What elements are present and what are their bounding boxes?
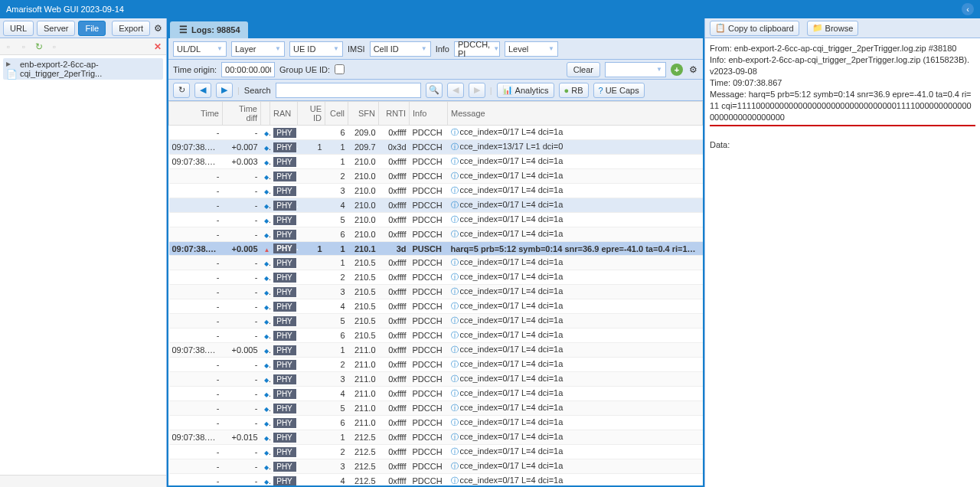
- col-header[interactable]: SFN: [348, 102, 379, 126]
- search-input[interactable]: [276, 83, 421, 98]
- left-toolbar: URL Server File Export ⚙: [0, 18, 166, 38]
- table-row[interactable]: --◆PHY3212.50xffffPDCCHⓘcce_index=0/17 L…: [169, 459, 703, 474]
- clear-button[interactable]: Clear: [567, 62, 600, 77]
- cell: PDCCH: [410, 140, 448, 155]
- cell: 5: [325, 401, 348, 416]
- layer-combo[interactable]: Layer▼: [231, 41, 285, 57]
- cell: PHY: [270, 387, 298, 401]
- info-combo[interactable]: PDCCH, PI▼: [454, 41, 500, 57]
- window-icon[interactable]: ▫: [49, 41, 60, 52]
- cell: ◆: [261, 198, 270, 213]
- url-button[interactable]: URL: [3, 21, 34, 36]
- cell: PHY: [270, 459, 298, 474]
- table-row[interactable]: --◆PHY4211.00xffffPDCCHⓘcce_index=0/17 L…: [169, 387, 703, 401]
- col-header[interactable]: UE ID: [298, 102, 325, 126]
- cell: 6: [325, 126, 348, 140]
- table-row[interactable]: --◆PHY5211.00xffffPDCCHⓘcce_index=0/17 L…: [169, 401, 703, 416]
- cell: PDCCH: [410, 387, 448, 401]
- cell: 0xffff: [379, 314, 410, 328]
- table-row[interactable]: --◆PHY3210.00xffffPDCCHⓘcce_index=0/17 L…: [169, 184, 703, 198]
- detail-data: Data:: [710, 139, 975, 151]
- table-row[interactable]: --◆PHY6210.00xffffPDCCHⓘcce_index=0/17 L…: [169, 227, 703, 242]
- back-icon[interactable]: ◀: [194, 83, 211, 98]
- search-fwd-icon[interactable]: ▶: [469, 83, 485, 98]
- table-row[interactable]: --◆PHY3210.50xffffPDCCHⓘcce_index=0/17 L…: [169, 285, 703, 299]
- uldl-combo[interactable]: UL/DL▼: [173, 41, 227, 57]
- search-back-icon[interactable]: ◀: [447, 83, 464, 98]
- cell: 1: [325, 140, 348, 155]
- cell: 0xffff: [379, 213, 410, 227]
- cell: 1: [325, 430, 348, 445]
- col-header[interactable]: Info: [410, 102, 448, 126]
- table-row[interactable]: --◆PHY4210.00xffffPDCCHⓘcce_index=0/17 L…: [169, 198, 703, 213]
- table-row[interactable]: --◆PHY5210.00xffffPDCCHⓘcce_index=0/17 L…: [169, 213, 703, 227]
- table-row[interactable]: 09:07:38.859+0.007◆PHY11209.70x3dPDCCHⓘc…: [169, 140, 703, 155]
- cell: -: [223, 256, 261, 270]
- cell: ⓘcce_index=0/17 L=4 dci=1a: [448, 358, 703, 372]
- table-row[interactable]: --◆PHY1210.50xffffPDCCHⓘcce_index=0/17 L…: [169, 256, 703, 270]
- col-header[interactable]: Time diff: [223, 102, 261, 126]
- collapse-icon[interactable]: ‹: [962, 3, 974, 15]
- col-header[interactable]: RNTI: [379, 102, 410, 126]
- table-row[interactable]: 09:07:38.872+0.005◆PHY1211.00xffffPDCCHⓘ…: [169, 343, 703, 358]
- table-row[interactable]: --◆PHY6210.50xffffPDCCHⓘcce_index=0/17 L…: [169, 328, 703, 343]
- table-row[interactable]: --◆PHY2212.50xffffPDCCHⓘcce_index=0/17 L…: [169, 445, 703, 459]
- left-scrollbar[interactable]: [0, 475, 166, 487]
- table-row[interactable]: --◆PHY6209.00xffffPDCCHⓘcce_index=0/17 L…: [169, 126, 703, 140]
- table-row[interactable]: 09:07:38.887+0.015◆PHY1212.50xffffPDCCHⓘ…: [169, 430, 703, 445]
- cell: 212.5: [348, 445, 379, 459]
- table-row[interactable]: --◆PHY6211.00xffffPDCCHⓘcce_index=0/17 L…: [169, 416, 703, 430]
- col-header[interactable]: Cell: [325, 102, 348, 126]
- doc-icon[interactable]: ▫: [3, 41, 14, 52]
- table-row[interactable]: 09:07:38.867+0.005▲PHY11210.13dPUSCHharq…: [169, 242, 703, 256]
- refresh-nav-icon[interactable]: ↻: [173, 83, 190, 98]
- cell: 0xffff: [379, 358, 410, 372]
- tab-logs[interactable]: ☰ Logs: 98854: [170, 21, 248, 38]
- col-header[interactable]: RAN: [270, 102, 298, 126]
- table-row[interactable]: --◆PHY2210.00xffffPDCCHⓘcce_index=0/17 L…: [169, 169, 703, 184]
- cell: 1: [298, 242, 325, 256]
- browse-button[interactable]: 📁Browse: [807, 21, 859, 36]
- close-icon[interactable]: ✕: [152, 41, 163, 52]
- group-ueid-checkbox[interactable]: [335, 64, 345, 74]
- gear2-icon[interactable]: ⚙: [688, 64, 698, 75]
- refresh-icon[interactable]: ↻: [34, 41, 44, 52]
- ueid-combo[interactable]: UE ID▼: [289, 41, 343, 57]
- cell: 210.5: [348, 328, 379, 343]
- log-grid[interactable]: TimeTime diffRANUE IDCellSFNRNTIInfoMess…: [168, 101, 703, 485]
- preset-combo[interactable]: ▼: [605, 62, 666, 77]
- export-button[interactable]: Export: [112, 21, 150, 36]
- cell: 2: [325, 358, 348, 372]
- table-row[interactable]: 09:07:38.862+0.003◆PHY1210.00xffffPDCCHⓘ…: [169, 155, 703, 169]
- analytics-button[interactable]: 📊Analytics: [497, 83, 554, 98]
- gear-icon[interactable]: ⚙: [153, 23, 163, 34]
- copy-button[interactable]: 📋Copy to clipboard: [710, 21, 799, 36]
- cell: -: [169, 169, 223, 184]
- table-row[interactable]: --◆PHY4212.50xffffPDCCHⓘcce_index=0/17 L…: [169, 474, 703, 486]
- forward-icon[interactable]: ▶: [216, 83, 233, 98]
- level-combo[interactable]: Level▼: [505, 41, 558, 57]
- cellid-combo[interactable]: Cell ID▼: [370, 41, 431, 57]
- rb-button[interactable]: ●RB: [559, 83, 589, 98]
- detail-body: From: enb-export-2-6cc-ap-cqi_trigger_2p…: [705, 38, 980, 487]
- col-header[interactable]: Time: [169, 102, 223, 126]
- time-origin-input[interactable]: [221, 62, 275, 77]
- tree-item-log[interactable]: ▸ 📄 enb-export-2-6cc-ap-cqi_trigger_2per…: [3, 58, 163, 80]
- col-header[interactable]: Message: [448, 102, 703, 126]
- table-row[interactable]: --◆PHY2210.50xffffPDCCHⓘcce_index=0/17 L…: [169, 270, 703, 285]
- file-button[interactable]: File: [78, 21, 106, 36]
- doc2-icon[interactable]: ▫: [18, 41, 29, 52]
- col-header[interactable]: [261, 102, 270, 126]
- cell: ⓘcce_index=0/17 L=4 dci=1a: [448, 169, 703, 184]
- uecaps-button[interactable]: ?UE Caps: [593, 83, 645, 98]
- cell: ◆: [261, 285, 270, 299]
- table-row[interactable]: --◆PHY2211.00xffffPDCCHⓘcce_index=0/17 L…: [169, 358, 703, 372]
- binoculars-icon[interactable]: 🔍: [426, 83, 443, 98]
- table-row[interactable]: --◆PHY5210.50xffffPDCCHⓘcce_index=0/17 L…: [169, 314, 703, 328]
- cell: 211.0: [348, 372, 379, 387]
- cell: 209.7: [348, 140, 379, 155]
- table-row[interactable]: --◆PHY3211.00xffffPDCCHⓘcce_index=0/17 L…: [169, 372, 703, 387]
- table-row[interactable]: --◆PHY4210.50xffffPDCCHⓘcce_index=0/17 L…: [169, 299, 703, 314]
- server-button[interactable]: Server: [37, 21, 75, 36]
- add-icon[interactable]: +: [671, 64, 683, 76]
